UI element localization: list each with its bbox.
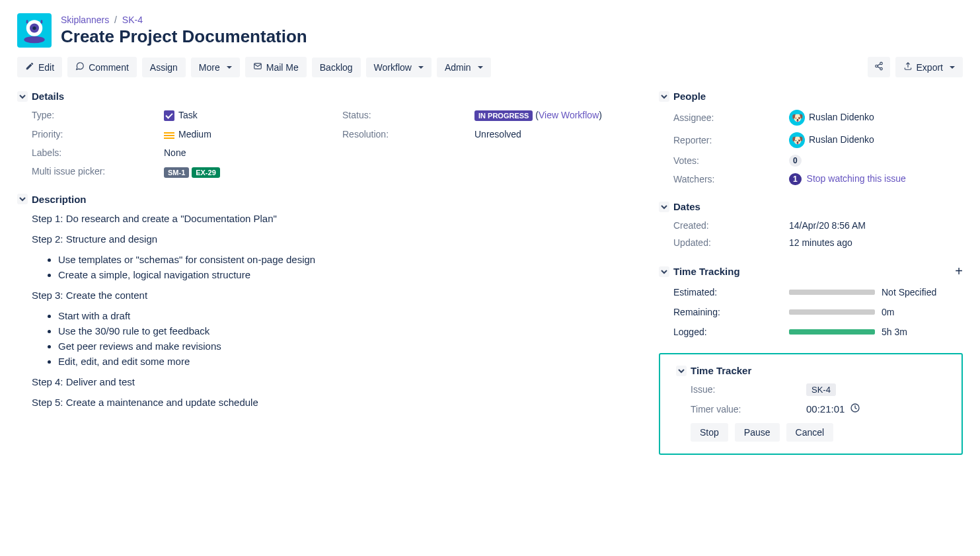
svg-point-0: [24, 36, 45, 44]
view-workflow-link[interactable]: View Workflow: [539, 110, 599, 120]
desc-step3-b: Use the 30/90 rule to get feedback: [58, 325, 632, 337]
watchers-count: 1: [789, 173, 802, 185]
backlog-button[interactable]: Backlog: [312, 58, 361, 77]
details-fields: Type: Task Status: IN PROGRESS (View Wor…: [32, 110, 632, 139]
edit-button-label: Edit: [38, 62, 54, 73]
chevron-down-icon: [676, 366, 687, 376]
details-header[interactable]: Details: [17, 91, 632, 102]
add-worklog-button[interactable]: +: [955, 264, 963, 279]
description-body: Step 1: Do research and create a "Docume…: [32, 213, 632, 408]
type-label: Type:: [32, 110, 157, 121]
status-badge: IN PROGRESS: [474, 110, 533, 121]
votes-label: Votes:: [673, 155, 789, 166]
desc-step3-c: Get peer reviews and make revisions: [58, 340, 632, 352]
export-button-label: Export: [917, 62, 943, 73]
tracker-issue-value[interactable]: SK-4: [806, 383, 836, 396]
edit-button[interactable]: Edit: [17, 57, 62, 77]
tracker-pause-button[interactable]: Pause: [735, 423, 780, 442]
svg-rect-5: [41, 20, 43, 23]
timer-value: 00:21:01: [806, 403, 946, 415]
reporter-value[interactable]: 🐶Ruslan Didenko: [789, 132, 963, 148]
svg-point-3: [32, 26, 36, 30]
estimated-bar: [789, 290, 875, 295]
watchers-label: Watchers:: [673, 174, 789, 184]
issue-tag[interactable]: SM-1: [164, 167, 189, 178]
chevron-down-icon: [659, 266, 669, 277]
toolbar: Edit Comment Assign More Mail Me Backlog…: [17, 57, 963, 77]
people-title: People: [673, 91, 706, 102]
dates-header[interactable]: Dates: [659, 201, 963, 212]
page-header: Skiplanners / SK-4 Create Project Docume…: [17, 13, 963, 48]
svg-point-8: [875, 65, 878, 67]
timetracking-header[interactable]: Time Tracking: [659, 266, 740, 277]
votes-count: 0: [789, 155, 802, 167]
breadcrumb-project[interactable]: Skiplanners: [61, 15, 109, 25]
timer-value-label: Timer value:: [691, 404, 806, 415]
desc-step2-b: Create a simple, logical navigation stru…: [58, 269, 632, 280]
desc-step1: Step 1: Do research and create a "Docume…: [32, 213, 632, 224]
timetracker-header[interactable]: Time Tracker: [676, 365, 946, 376]
tracker-stop-button[interactable]: Stop: [691, 423, 728, 442]
reporter-label: Reporter:: [673, 135, 789, 145]
admin-button-label: Admin: [445, 62, 471, 73]
desc-step2: Step 2: Structure and design: [32, 233, 632, 245]
votes-value: 0: [789, 155, 963, 167]
created-label: Created:: [673, 220, 789, 231]
export-button[interactable]: Export: [895, 57, 963, 77]
desc-step3-d: Edit, edit, and edit some more: [58, 356, 632, 367]
priority-medium-icon: [164, 132, 174, 139]
page-title: Create Project Documentation: [61, 26, 307, 47]
status-label: Status:: [342, 110, 468, 121]
remaining-value: 0m: [875, 307, 963, 317]
people-header[interactable]: People: [659, 91, 963, 102]
share-button[interactable]: [868, 57, 890, 77]
logged-bar: [789, 329, 875, 335]
assign-button[interactable]: Assign: [142, 58, 186, 77]
labels-value: None: [164, 147, 632, 158]
priority-value: Medium: [164, 129, 336, 139]
mail-button-label: Mail Me: [266, 62, 299, 73]
remaining-bar: [789, 309, 875, 315]
stop-watching-link[interactable]: Stop watching this issue: [807, 173, 906, 184]
svg-point-9: [880, 67, 882, 70]
priority-label: Priority:: [32, 129, 157, 139]
desc-step2-a: Use templates or "schemas" for consisten…: [58, 254, 632, 265]
breadcrumb: Skiplanners / SK-4: [61, 15, 307, 25]
resolution-value: Unresolved: [474, 129, 632, 139]
timetracker-title: Time Tracker: [691, 365, 751, 376]
status-value: IN PROGRESS (View Workflow): [474, 110, 632, 121]
assignee-value[interactable]: 🐶Ruslan Didenko: [789, 110, 963, 126]
dates-title: Dates: [673, 201, 700, 212]
tracker-cancel-button[interactable]: Cancel: [786, 423, 834, 442]
breadcrumb-key[interactable]: SK-4: [122, 15, 143, 25]
admin-button[interactable]: Admin: [437, 58, 491, 77]
more-button[interactable]: More: [191, 58, 240, 77]
updated-value: 12 minutes ago: [789, 237, 963, 248]
workflow-button-label: Workflow: [374, 62, 412, 73]
export-icon: [903, 61, 913, 73]
comment-button[interactable]: Comment: [67, 57, 137, 77]
resolution-label: Resolution:: [342, 129, 468, 139]
description-title: Description: [32, 194, 87, 205]
mail-icon: [253, 61, 262, 73]
desc-step3: Step 3: Create the content: [32, 290, 632, 301]
desc-step5: Step 5: Create a maintenance and update …: [32, 397, 632, 408]
chevron-down-icon: [17, 91, 28, 102]
description-header[interactable]: Description: [17, 194, 632, 205]
task-icon: [164, 110, 174, 121]
estimated-label: Estimated:: [673, 287, 789, 298]
share-icon: [874, 61, 884, 73]
remaining-label: Remaining:: [673, 307, 789, 317]
desc-step4: Step 4: Deliver and test: [32, 376, 632, 387]
labels-label: Labels:: [32, 147, 157, 158]
mail-button[interactable]: Mail Me: [245, 57, 307, 77]
avatar: 🐶: [789, 132, 805, 148]
logged-value: 5h 3m: [875, 327, 963, 337]
chevron-down-icon: [659, 202, 669, 212]
svg-rect-4: [26, 20, 28, 23]
pencil-icon: [25, 61, 34, 73]
desc-step3-a: Start with a draft: [58, 310, 632, 321]
issue-tag[interactable]: EX-29: [192, 167, 220, 178]
more-button-label: More: [199, 62, 220, 73]
workflow-button[interactable]: Workflow: [366, 58, 432, 77]
